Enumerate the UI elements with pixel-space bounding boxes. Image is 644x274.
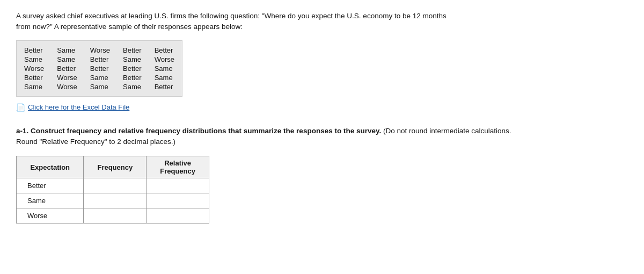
data-cell: Same — [24, 55, 44, 63]
data-grid: Better Same Worse Better Better Same Sam… — [24, 46, 174, 91]
relative-freq-worse — [147, 208, 209, 223]
frequency-better — [84, 178, 147, 193]
data-cell: Same — [57, 46, 77, 54]
data-cell: Better — [123, 74, 142, 82]
relative-freq-better — [147, 178, 209, 193]
data-cell: Same — [57, 55, 77, 63]
data-cell: Worse — [155, 55, 174, 63]
excel-icon: 📄 — [16, 103, 25, 112]
data-cell: Same — [123, 83, 142, 91]
expectation-better: Better — [17, 178, 84, 193]
table-row: Worse — [17, 208, 209, 223]
relative-freq-same — [147, 193, 209, 208]
data-cell: Better — [90, 55, 110, 63]
question-text: a-1. Construct frequency and relative fr… — [16, 126, 526, 148]
data-cell: Better — [24, 74, 44, 82]
col-header-frequency: Frequency — [84, 156, 147, 178]
expectation-same: Same — [17, 193, 84, 208]
data-cell: Same — [90, 74, 110, 82]
expectation-worse: Worse — [17, 208, 84, 223]
data-cell: Worse — [24, 64, 44, 73]
data-cell: Worse — [57, 83, 77, 91]
data-cell: Better — [24, 46, 44, 54]
data-cell: Better — [123, 46, 142, 54]
data-cell: Same — [155, 64, 174, 73]
excel-link[interactable]: 📄 Click here for the Excel Data File — [16, 103, 129, 112]
data-cell: Better — [90, 64, 110, 73]
col-header-expectation: Expectation — [17, 156, 84, 178]
excel-link-text: Click here for the Excel Data File — [28, 103, 129, 111]
frequency-table: Expectation Frequency RelativeFrequency … — [16, 156, 209, 223]
data-cell: Better — [155, 83, 174, 91]
data-cell: Same — [90, 83, 110, 91]
frequency-worse — [84, 208, 147, 223]
table-row: Same — [17, 193, 209, 208]
data-cell: Better — [57, 64, 77, 73]
table-row: Better — [17, 178, 209, 193]
data-cell: Worse — [57, 74, 77, 82]
data-table: Better Same Worse Better Better Same Sam… — [16, 40, 182, 97]
data-cell: Same — [24, 83, 44, 91]
question-bold: a-1. Construct frequency and relative fr… — [16, 127, 381, 135]
data-cell: Better — [123, 64, 142, 73]
frequency-same — [84, 193, 147, 208]
data-cell: Better — [155, 46, 174, 54]
data-cell: Same — [155, 74, 174, 82]
data-cell: Same — [123, 55, 142, 63]
intro-text: A survey asked chief executives at leadi… — [16, 11, 499, 33]
col-header-relative-frequency: RelativeFrequency — [147, 156, 209, 178]
data-cell: Worse — [90, 46, 110, 54]
